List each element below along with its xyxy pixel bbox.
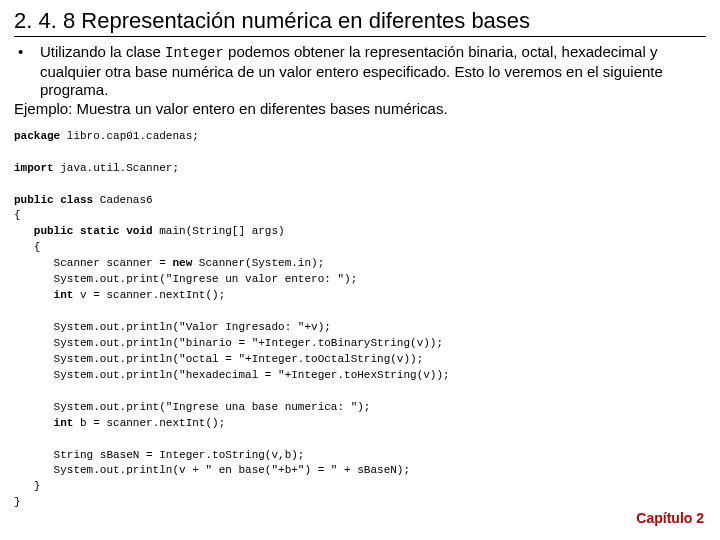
keyword-new: new [172,257,192,269]
keyword-class: public class [14,194,93,206]
code-line: System.out.println(v + " en base("+b+") … [14,464,410,476]
code-text: main(String[] args) [153,225,285,237]
keyword-main: public static void [34,225,153,237]
inline-code: Integer [165,45,224,61]
bullet-content: Utilizando la clase Integer podemos obte… [40,43,706,100]
code-block: package libro.cap01.cadenas; import java… [14,129,706,512]
code-text: libro.cap01.cadenas; [60,130,199,142]
keyword-package: package [14,130,60,142]
chapter-label: Capítulo 2 [636,510,704,526]
brace: } [34,480,41,492]
code-line: System.out.println("hexadecimal = "+Inte… [14,369,450,381]
code-line: String sBaseN = Integer.toString(v,b); [14,449,304,461]
bullet-item: • Utilizando la clase Integer podemos ob… [18,43,706,100]
brace: } [14,496,21,508]
code-text: b = scanner.nextInt(); [73,417,225,429]
keyword-int: int [54,417,74,429]
code-line: System.out.print("Ingrese una base numer… [14,401,370,413]
bullet-marker: • [18,43,40,100]
code-line: System.out.println("octal = "+Integer.to… [14,353,423,365]
example-line: Ejemplo: Muestra un valor entero en dife… [14,100,706,119]
code-line: System.out.print("Ingrese un valor enter… [14,273,357,285]
code-text: v = scanner.nextInt(); [73,289,225,301]
brace: { [14,209,21,221]
section-heading: 2. 4. 8 Representación numérica en difer… [14,8,706,37]
keyword-import: import [14,162,54,174]
brace: { [34,241,41,253]
code-text: Cadenas6 [93,194,152,206]
body-text: • Utilizando la clase Integer podemos ob… [14,43,706,119]
code-text: java.util.Scanner; [54,162,179,174]
bullet-text-pre: Utilizando la clase [40,43,165,60]
code-text [14,417,54,429]
code-line: System.out.println("binario = "+Integer.… [14,337,443,349]
code-line: System.out.println("Valor Ingresado: "+v… [14,321,331,333]
keyword-int: int [54,289,74,301]
code-line: Scanner scanner = [14,257,172,269]
code-text [14,289,54,301]
code-text: Scanner(System.in); [192,257,324,269]
